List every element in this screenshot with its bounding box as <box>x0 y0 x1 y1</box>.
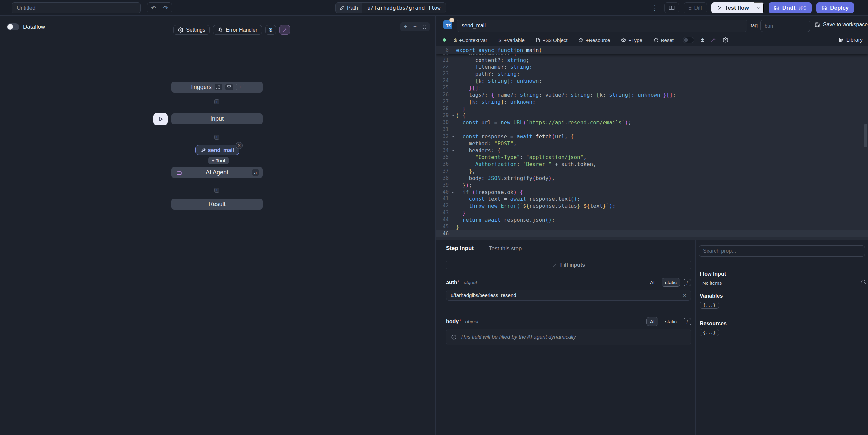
code-line-34[interactable]: 34 headers: { <box>436 147 868 154</box>
node-input[interactable]: Input <box>172 114 263 124</box>
remove-tool-button[interactable]: ✕ <box>236 142 243 149</box>
zoom-in-button[interactable]: + <box>402 23 410 30</box>
node-result[interactable]: Result <box>172 199 263 210</box>
flow-name-input[interactable] <box>11 2 141 13</box>
mode-static-button[interactable]: static <box>661 278 680 287</box>
diff-button[interactable]: ± Diff <box>684 2 707 13</box>
insert-step-button[interactable]: + <box>214 99 219 104</box>
more-menu-button[interactable]: ⋮ <box>650 4 660 11</box>
path-chip[interactable]: Path u/farhadglbs/grand_flow <box>335 2 446 13</box>
draft-button[interactable]: Draft ⌘S <box>769 2 812 13</box>
code-line-43[interactable]: 43 } <box>436 209 868 216</box>
code-line-32[interactable]: 32 const response = await fetch(url, { <box>436 133 868 140</box>
field-name: body <box>446 318 459 324</box>
code-line-37[interactable]: 37 }, <box>436 168 868 175</box>
clear-field-button[interactable]: ✕ <box>681 291 688 299</box>
toolbar-item--variable[interactable]: $+Variable <box>499 37 525 43</box>
code-line-31[interactable]: 31 <box>436 126 868 133</box>
panel-search-icon[interactable] <box>859 278 867 285</box>
kebab-icon: ⋮ <box>652 4 658 11</box>
field-type: object <box>465 318 478 324</box>
rotate-icon <box>654 38 658 43</box>
code-line-46[interactable]: 46 <box>436 230 868 237</box>
fill-inputs-button[interactable]: Fill inputs <box>446 260 691 270</box>
mode-ai-button[interactable]: AI <box>646 317 658 326</box>
redo-button[interactable]: ↷ <box>159 3 172 13</box>
editor-mini-toggle[interactable] <box>683 37 694 43</box>
dataflow-toggle[interactable] <box>7 24 19 30</box>
prop-section-content[interactable]: {...} <box>700 302 719 309</box>
toolbar-item--context-var[interactable]: $+Context var <box>454 37 488 43</box>
history-buttons: ↶ ↷ <box>147 2 172 13</box>
add-trigger-button[interactable]: + <box>236 84 244 90</box>
node-triggers[interactable]: Triggers + <box>172 82 263 93</box>
toolbar-item--s3-object[interactable]: +S3 Object <box>536 37 567 43</box>
function-icon[interactable]: ƒ <box>684 318 691 325</box>
add-tool-button[interactable]: + Tool <box>209 157 229 164</box>
fit-view-button[interactable] <box>420 23 428 30</box>
prop-search-input[interactable] <box>699 245 865 257</box>
step-name-input[interactable] <box>457 20 747 32</box>
toolbar-item--type[interactable]: +Type <box>621 37 642 43</box>
tag-label: tag <box>750 23 758 29</box>
toolbar-item--resource[interactable]: +Resource <box>579 37 610 43</box>
code-line-38[interactable]: 38 body: JSON.stringify(body), <box>436 175 868 182</box>
code-line-36[interactable]: 36 Authorization: "Bearer " + auth.token… <box>436 161 868 168</box>
code-line-26[interactable]: 26 tags?: { name?: string; value?: strin… <box>436 91 868 98</box>
code-line-41[interactable]: 41 const text = await response.text(); <box>436 195 868 203</box>
node-send-mail-tool[interactable]: send_mail <box>195 145 239 155</box>
function-icon[interactable]: ƒ <box>684 279 691 286</box>
node-ai-agent[interactable]: AI Agent a <box>172 167 263 178</box>
editor-settings-button[interactable] <box>723 37 728 43</box>
diff-mode-button[interactable]: ± <box>701 37 704 43</box>
email-trigger-icon[interactable] <box>225 84 233 90</box>
code-line-22[interactable]: 22 filename?: string; <box>436 63 868 70</box>
webhook-trigger-icon[interactable] <box>215 84 222 90</box>
deploy-button[interactable]: Deploy <box>816 2 854 13</box>
code-line-29[interactable]: 29) { <box>436 112 868 119</box>
field-auth-input[interactable] <box>446 290 691 301</box>
run-from-input-button[interactable] <box>153 113 168 125</box>
code-line-42[interactable]: 42 throw new Error(`${response.status} $… <box>436 203 868 209</box>
insert-step-button[interactable]: + <box>214 135 219 139</box>
code-line-24[interactable]: 24 [k: string]: unknown; <box>436 77 868 84</box>
toolbar-item-reset[interactable]: Reset <box>654 37 674 43</box>
code-line-27[interactable]: 27 [k: string]: unknown; <box>436 98 868 105</box>
undo-button[interactable]: ↶ <box>147 3 159 13</box>
code-editor[interactable]: 20 attachments?: {21 content?: string;22… <box>436 46 868 240</box>
code-line-8[interactable]: 8export async function main( <box>436 46 542 54</box>
test-flow-button[interactable]: Test flow <box>711 2 754 13</box>
ai-assistant-button[interactable] <box>279 25 290 35</box>
save-to-workspace-button[interactable]: Save to workspace <box>815 22 868 28</box>
settings-button[interactable]: Settings <box>174 25 210 35</box>
code-line-35[interactable]: 35 "Content-Type": "application/json", <box>436 154 868 161</box>
zoom-out-button[interactable]: − <box>411 23 419 30</box>
ai-edit-button[interactable] <box>711 37 716 43</box>
code-line-25[interactable]: 25 }[]; <box>436 84 868 91</box>
flow-canvas[interactable]: Dataflow Settings Error Handler $ + − <box>0 15 436 435</box>
insert-step-button[interactable]: + <box>214 188 219 192</box>
prop-section-flow-input: Flow Input <box>700 271 862 277</box>
docs-button[interactable] <box>664 2 679 13</box>
code-line-33[interactable]: 33 method: "POST", <box>436 140 868 147</box>
code-line-40[interactable]: 40 if (!response.ok) { <box>436 189 868 195</box>
code-line-44[interactable]: 44 return await response.json(); <box>436 216 868 223</box>
test-flow-dropdown-button[interactable] <box>754 2 764 13</box>
code-line-21[interactable]: 21 content?: string; <box>436 57 868 63</box>
code-line-28[interactable]: 28 } <box>436 105 868 112</box>
code-line-23[interactable]: 23 path?: string; <box>436 70 868 77</box>
library-button[interactable]: Library <box>839 34 863 45</box>
code-line-30[interactable]: 30 const url = new URL(`https://api.rese… <box>436 119 868 126</box>
editor-scrollbar[interactable] <box>864 124 867 147</box>
prop-section-content[interactable]: {...} <box>700 329 719 336</box>
tag-input[interactable] <box>761 20 810 32</box>
tab-test-this-step[interactable]: Test this step <box>489 245 522 256</box>
result-label: Result <box>209 201 225 208</box>
mode-ai-button[interactable]: AI <box>646 278 658 287</box>
variable-picker-button[interactable]: $ <box>266 25 276 35</box>
code-line-45[interactable]: 45} <box>436 223 868 230</box>
tab-step-input[interactable]: Step Input <box>446 245 473 256</box>
mode-static-button[interactable]: static <box>661 317 680 326</box>
code-line-39[interactable]: 39 }); <box>436 182 868 189</box>
error-handler-button[interactable]: Error Handler <box>213 25 262 35</box>
